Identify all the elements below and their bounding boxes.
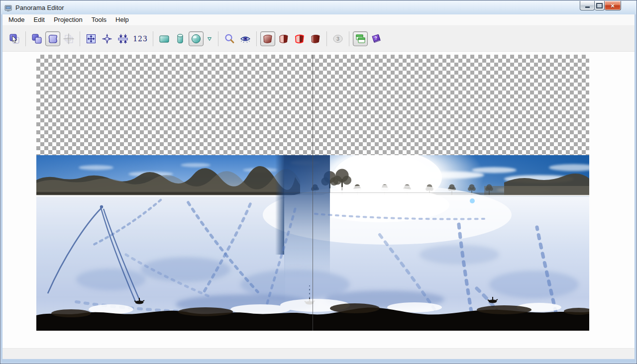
help-book-icon: ? xyxy=(370,33,382,45)
toolbar-separator xyxy=(349,31,349,46)
close-button[interactable]: × xyxy=(605,1,621,10)
red-quad-dark-icon xyxy=(310,33,321,45)
projection-rectilinear-button[interactable] xyxy=(157,31,172,46)
svg-text:3: 3 xyxy=(336,36,339,42)
pan-arrows-icon xyxy=(85,33,97,45)
menubar: Mode Edit Projection Tools Help xyxy=(2,14,635,26)
toolbar: 123 xyxy=(2,26,635,52)
toolbar-separator xyxy=(153,31,153,46)
toolbar-separator xyxy=(256,31,257,46)
grid-crosshair-icon xyxy=(63,33,75,45)
fit-height-icon xyxy=(117,33,129,45)
display-mode-outlined-button[interactable] xyxy=(292,31,307,46)
cylinder-projection-icon xyxy=(174,33,186,45)
menu-item-tools[interactable]: Tools xyxy=(87,14,111,25)
eye-icon xyxy=(239,33,251,45)
rectangle-projection-icon xyxy=(158,33,170,45)
center-vertical-guide xyxy=(313,55,313,331)
close-icon: × xyxy=(611,2,615,9)
image-count-button[interactable]: 3 xyxy=(330,31,345,46)
overview-windows-icon xyxy=(354,33,366,45)
display-mode-split-button[interactable] xyxy=(276,31,291,46)
center-panorama-button[interactable] xyxy=(100,31,114,46)
projection-dropdown-button[interactable] xyxy=(205,31,214,46)
center-point-icon xyxy=(101,33,113,45)
bottom-strip xyxy=(2,348,635,359)
toolbar-separator xyxy=(326,31,327,46)
numeric-123-label: 123 xyxy=(133,35,148,43)
app-icon xyxy=(4,4,12,12)
magnifier-icon xyxy=(223,33,235,45)
toolbar-separator xyxy=(218,31,218,46)
help-button[interactable]: ? xyxy=(369,31,384,46)
numeric-transform-button[interactable]: 123 xyxy=(131,31,149,46)
menu-item-edit[interactable]: Edit xyxy=(29,14,49,25)
menu-item-projection[interactable]: Projection xyxy=(49,14,87,25)
caption-buttons: × xyxy=(580,1,621,10)
polygon-icon xyxy=(47,33,59,45)
overview-window-button[interactable] xyxy=(353,31,368,46)
titlebar[interactable]: Panorama Editor × xyxy=(1,1,636,14)
polygon-mode-button[interactable] xyxy=(45,31,60,46)
display-mode-dark-button[interactable] xyxy=(308,31,323,46)
minimize-icon xyxy=(585,6,590,8)
maximize-button[interactable] xyxy=(595,1,605,10)
app-window: Panorama Editor × Mode Edit Projection T… xyxy=(0,0,637,364)
maximize-icon xyxy=(596,3,603,8)
toolbar-separator xyxy=(25,31,26,46)
projection-cylindrical-button[interactable] xyxy=(173,31,188,46)
select-tool-button[interactable] xyxy=(7,31,22,46)
fit-panorama-button[interactable] xyxy=(115,31,130,46)
red-quad-icon xyxy=(262,33,274,45)
window-title: Panorama Editor xyxy=(15,4,64,11)
editor-canvas[interactable] xyxy=(2,52,635,348)
zoom-tool-button[interactable] xyxy=(222,31,237,46)
client-area: Mode Edit Projection Tools Help xyxy=(2,14,635,359)
preview-toggle-button[interactable] xyxy=(238,31,253,46)
stacked-layers-icon xyxy=(31,33,43,45)
count-badge: 3 xyxy=(332,33,344,45)
menu-item-mode[interactable]: Mode xyxy=(2,14,29,25)
grid-overlay-button[interactable] xyxy=(61,31,76,46)
drag-mode-button[interactable] xyxy=(84,31,99,46)
sphere-projection-icon xyxy=(190,33,202,45)
minimize-button[interactable] xyxy=(580,1,595,10)
stacked-images-button[interactable] xyxy=(29,31,44,46)
select-arrow-icon xyxy=(8,33,20,45)
menu-item-help[interactable]: Help xyxy=(111,14,133,25)
red-quad-outlined-icon xyxy=(294,33,306,45)
display-mode-normal-button[interactable] xyxy=(260,31,275,46)
red-quad-split-icon xyxy=(278,33,290,45)
dropdown-triangle-icon xyxy=(206,35,213,42)
panorama-block xyxy=(36,55,589,331)
projection-equirectangular-button[interactable] xyxy=(189,31,204,46)
toolbar-separator xyxy=(80,31,80,46)
